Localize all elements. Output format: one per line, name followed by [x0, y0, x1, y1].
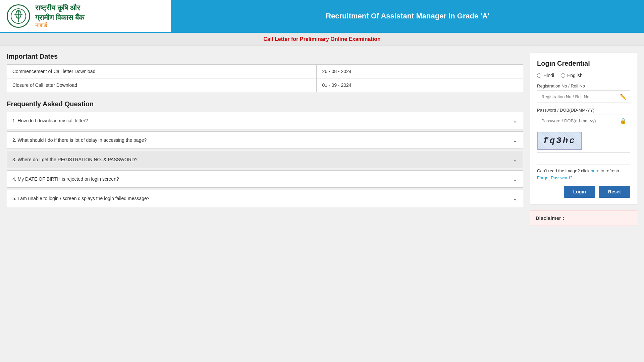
disclaimer-box: Disclaimer :: [530, 210, 637, 226]
sub-header: Call Letter for Preliminary Online Exami…: [0, 33, 644, 46]
chevron-down-icon: ⌄: [513, 195, 518, 202]
lang-hindi-radio[interactable]: [537, 73, 541, 78]
sub-header-text: Call Letter for Preliminary Online Exami…: [263, 36, 380, 42]
captcha-image: fq3hc: [537, 132, 582, 150]
date-value-2: 01 - 09 - 2024: [317, 78, 523, 92]
dates-table: Commencement of Call letter Download 26 …: [7, 64, 523, 92]
lang-english-option[interactable]: English: [561, 73, 583, 78]
disclaimer-title: Disclaimer :: [536, 215, 564, 221]
table-row: Commencement of Call letter Download 26 …: [7, 65, 523, 78]
faq-question-5[interactable]: 5. I am unable to login / screen display…: [7, 190, 523, 207]
logo-text: राष्ट्रीय कृषि और ग्रामीण विकास बैंक नाब…: [35, 3, 84, 28]
logo-hindi-line2: ग्रामीण विकास बैंक: [35, 13, 84, 23]
reg-no-input[interactable]: [537, 91, 616, 103]
date-label-1: Commencement of Call letter Download: [7, 65, 317, 78]
chevron-down-icon: ⌄: [513, 117, 518, 124]
logo-emblem: [7, 4, 30, 28]
captcha-input[interactable]: [537, 153, 630, 165]
login-button[interactable]: Login: [564, 186, 595, 198]
main-content: Important Dates Commencement of Call let…: [0, 46, 644, 233]
left-panel: Important Dates Commencement of Call let…: [7, 53, 523, 226]
header: राष्ट्रीय कृषि और ग्रामीण विकास बैंक नाब…: [0, 0, 644, 33]
login-title: Login Credential: [537, 60, 630, 67]
lang-hindi-label: Hindi: [543, 73, 554, 78]
logo-hindi-line1: राष्ट्रीय कृषि और: [35, 3, 84, 13]
password-label: Password / DOB(DD-MM-YY): [537, 108, 630, 113]
password-input[interactable]: [537, 115, 616, 127]
date-value-1: 26 - 08 - 2024: [317, 65, 523, 78]
faq-title: Frequently Asked Question: [7, 100, 523, 108]
important-dates-title: Important Dates: [7, 53, 523, 60]
button-row: Login Reset: [537, 186, 630, 198]
right-panel: Login Credential Hindi English Registrat…: [530, 53, 637, 226]
lang-english-label: English: [567, 73, 583, 78]
reset-button[interactable]: Reset: [599, 186, 630, 198]
forgot-password-link[interactable]: Forgot Password?: [537, 175, 630, 180]
faq-question-4[interactable]: 4. My DATE OF BIRTH is rejected on login…: [7, 171, 523, 187]
captcha-refresh-link[interactable]: here: [591, 168, 599, 173]
reg-no-wrapper: ✏️: [537, 90, 630, 103]
faq-question-1[interactable]: 1. How do I download my call letter? ⌄: [7, 112, 523, 129]
logo-area: राष्ट्रीय कृषि और ग्रामीण विकास बैंक नाब…: [0, 0, 171, 32]
faq-item-5[interactable]: 5. I am unable to login / screen display…: [7, 190, 523, 207]
reg-no-label: Registration No / Roll No: [537, 83, 630, 88]
edit-icon: ✏️: [616, 94, 630, 100]
table-row: Closure of Call letter Download 01 - 09 …: [7, 78, 523, 92]
captcha-refresh-text: Can't read the image? click here to refr…: [537, 168, 630, 173]
faq-question-2[interactable]: 2. What should I do if there is lot of d…: [7, 132, 523, 148]
language-options: Hindi English: [537, 73, 630, 78]
chevron-down-icon: ⌄: [513, 175, 518, 183]
faq-item-1[interactable]: 1. How do I download my call letter? ⌄: [7, 112, 523, 129]
header-title: Recruitment Of Assistant Manager In Grad…: [171, 0, 644, 32]
faq-item-2[interactable]: 2. What should I do if there is lot of d…: [7, 131, 523, 149]
faq-item-3[interactable]: 3. Where do I get the REGISTRATION NO. &…: [7, 151, 523, 168]
lock-icon: 🔒: [616, 118, 630, 124]
lang-hindi-option[interactable]: Hindi: [537, 73, 554, 78]
faq-item-4[interactable]: 4. My DATE OF BIRTH is rejected on login…: [7, 170, 523, 188]
logo-nabard: नाबार्ड: [35, 22, 84, 28]
faq-question-3[interactable]: 3. Where do I get the REGISTRATION NO. &…: [7, 151, 523, 168]
date-label-2: Closure of Call letter Download: [7, 78, 317, 92]
chevron-down-icon: ⌄: [513, 136, 518, 144]
chevron-down-icon: ⌄: [513, 156, 518, 163]
login-box: Login Credential Hindi English Registrat…: [530, 53, 637, 205]
lang-english-radio[interactable]: [561, 73, 565, 78]
password-wrapper: 🔒: [537, 115, 630, 127]
